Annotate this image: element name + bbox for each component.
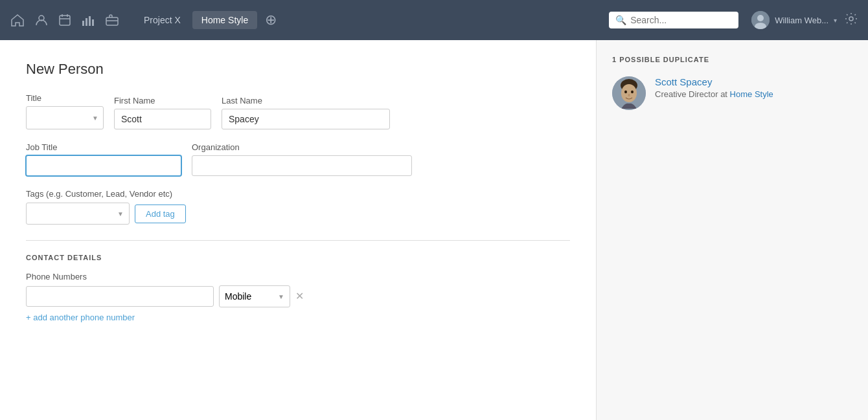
first-name-input[interactable] — [114, 109, 211, 129]
nav-tabs: Project X Home Style ⊕ — [135, 11, 604, 29]
first-name-label: First Name — [114, 96, 211, 105]
add-tag-button[interactable]: Add tag — [135, 204, 186, 223]
svg-rect-6 — [106, 17, 118, 25]
job-org-row: Job Title Organization — [26, 142, 570, 176]
briefcase-icon[interactable] — [105, 14, 119, 26]
name-row: Title Mr. Ms. Mrs. Dr. ▼ First Name — [26, 93, 570, 129]
duplicate-info: Scott Spacey Creative Director at Home S… — [655, 76, 852, 99]
organization-input[interactable] — [192, 155, 412, 176]
user-name: William Web... — [775, 16, 828, 25]
last-name-label: Last Name — [222, 96, 390, 105]
phone-type-select[interactable]: Mobile Work Home Other — [220, 286, 290, 307]
duplicate-sidebar: 1 POSSIBLE DUPLICATE — [596, 40, 868, 420]
svg-point-10 — [849, 17, 853, 21]
add-project-button[interactable]: ⊕ — [265, 12, 277, 28]
duplicate-role: Creative Director at Home Style — [655, 89, 852, 99]
tag-select[interactable]: Customer Lead Vendor — [27, 203, 129, 224]
job-title-group: Job Title — [26, 142, 181, 176]
first-name-group: First Name — [114, 96, 211, 129]
svg-point-16 — [628, 94, 630, 96]
contact-details-title: CONTACT DETAILS — [26, 254, 570, 261]
phone-row: Mobile Work Home Other ▼ ✕ — [26, 285, 570, 307]
svg-rect-2 — [82, 21, 84, 26]
svg-rect-1 — [60, 16, 70, 25]
title-group: Title Mr. Ms. Mrs. Dr. ▼ — [26, 93, 104, 129]
title-label: Title — [26, 93, 104, 103]
search-icon: 🔍 — [615, 15, 626, 25]
page-title: New Person — [26, 61, 570, 78]
svg-point-13 — [621, 84, 637, 102]
main-layout: New Person Title Mr. Ms. Mrs. Dr. ▼ Firs… — [0, 40, 868, 420]
tags-section: Tags (e.g. Customer, Lead, Vendor etc) C… — [26, 189, 570, 225]
last-name-input[interactable] — [222, 109, 390, 129]
svg-rect-3 — [86, 18, 87, 26]
duplicate-name-link[interactable]: Scott Spacey — [655, 76, 712, 87]
contact-divider — [26, 240, 570, 241]
job-title-input[interactable] — [26, 155, 181, 176]
svg-point-8 — [757, 15, 764, 21]
phone-type-wrapper: Mobile Work Home Other ▼ — [219, 285, 290, 307]
home-icon[interactable] — [10, 14, 25, 27]
duplicate-card: Scott Spacey Creative Director at Home S… — [612, 76, 852, 110]
people-icon[interactable] — [35, 14, 48, 27]
user-menu[interactable]: William Web... ▾ — [751, 11, 837, 29]
nav-right: William Web... ▾ — [751, 11, 858, 29]
organization-group: Organization — [192, 142, 412, 176]
avatar — [612, 76, 646, 110]
title-select[interactable]: Mr. Ms. Mrs. Dr. — [26, 106, 104, 129]
job-title-label: Job Title — [26, 142, 181, 152]
calendar-icon[interactable] — [58, 14, 71, 27]
last-name-group: Last Name — [222, 96, 390, 129]
tag-select-wrapper: Customer Lead Vendor ▼ — [26, 203, 130, 225]
phone-section: Phone Numbers Mobile Work Home Other ▼ ✕… — [26, 272, 570, 322]
tags-label: Tags (e.g. Customer, Lead, Vendor etc) — [26, 189, 570, 199]
search-bar: 🔍 — [609, 12, 738, 28]
avatar — [751, 11, 770, 29]
phone-numbers-label: Phone Numbers — [26, 272, 570, 282]
search-input[interactable] — [630, 15, 732, 25]
tags-row: Customer Lead Vendor ▼ Add tag — [26, 203, 570, 225]
duplicate-count-title: 1 POSSIBLE DUPLICATE — [612, 56, 852, 63]
chart-icon[interactable] — [82, 14, 95, 26]
settings-icon[interactable] — [845, 12, 858, 28]
new-person-form: New Person Title Mr. Ms. Mrs. Dr. ▼ Firs… — [0, 40, 596, 420]
user-menu-caret-icon: ▾ — [834, 17, 837, 24]
add-phone-link[interactable]: + add another phone number — [26, 313, 135, 322]
tab-project-x[interactable]: Project X — [135, 11, 190, 29]
svg-point-15 — [631, 91, 634, 93]
navbar: Project X Home Style ⊕ 🔍 William Web... … — [0, 0, 868, 40]
phone-remove-icon[interactable]: ✕ — [295, 291, 304, 302]
svg-point-14 — [624, 91, 627, 93]
tab-home-style[interactable]: Home Style — [192, 11, 257, 29]
duplicate-company-link[interactable]: Home Style — [730, 89, 773, 99]
phone-input[interactable] — [26, 286, 214, 307]
organization-label: Organization — [192, 142, 412, 152]
nav-icon-group — [10, 14, 119, 27]
svg-rect-5 — [92, 19, 94, 26]
svg-rect-4 — [89, 16, 91, 26]
